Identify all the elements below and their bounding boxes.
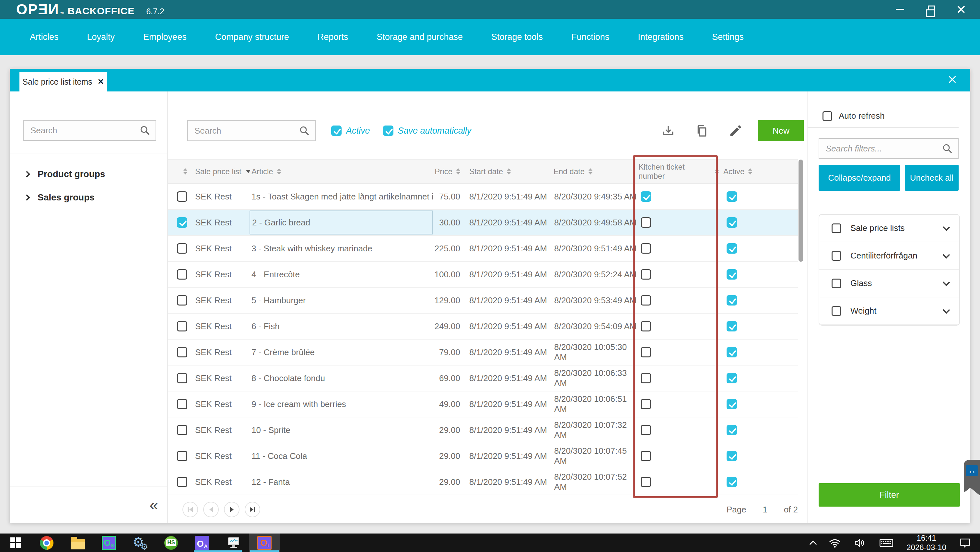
last-page-button[interactable] xyxy=(245,502,260,517)
active-checkbox[interactable] xyxy=(727,477,737,487)
nav-item[interactable]: Settings xyxy=(712,32,744,42)
uncheck-all-button[interactable]: Uncheck all xyxy=(905,165,959,191)
kitchen-ticket-checkbox[interactable] xyxy=(641,243,651,254)
kitchen-ticket-checkbox[interactable] xyxy=(641,477,651,487)
table-row[interactable]: SEK Rest 4 - Entrecôte 100.00 8/1/2020 9… xyxy=(168,262,798,288)
keyboard-icon[interactable] xyxy=(879,538,894,548)
chevron-down-icon[interactable] xyxy=(943,306,950,314)
table-row[interactable]: SEK Rest 12 - Fanta 29.00 8/1/2020 9:51:… xyxy=(168,469,798,495)
tab-sale-price-list-items[interactable]: Sale price list items ✕ xyxy=(19,72,107,91)
kitchen-ticket-checkbox[interactable] xyxy=(641,191,651,202)
filter-group-item[interactable]: Weight xyxy=(819,297,959,325)
save-automatically-checkbox[interactable] xyxy=(383,126,393,136)
page-number-input[interactable] xyxy=(756,505,774,515)
new-button[interactable]: New xyxy=(758,120,804,141)
nav-item[interactable]: Storage tools xyxy=(491,32,543,42)
filter-group-checkbox[interactable] xyxy=(832,223,841,233)
table-row[interactable]: SEK Rest 3 - Steak with whiskey marinade… xyxy=(168,236,798,262)
close-window-button[interactable] xyxy=(956,5,966,14)
start-button[interactable] xyxy=(0,533,31,552)
row-checkbox[interactable] xyxy=(177,243,187,254)
chevron-down-icon[interactable] xyxy=(943,223,950,231)
cell-article[interactable]: 12 - Fanta xyxy=(251,469,433,495)
table-row[interactable]: SEK Rest 11 - Coca Cola 29.00 8/1/2020 9… xyxy=(168,444,798,469)
kitchen-ticket-checkbox[interactable] xyxy=(641,295,651,306)
nav-item[interactable]: Loyalty xyxy=(87,32,115,42)
kitchen-ticket-checkbox[interactable] xyxy=(641,321,651,332)
taskbar-clock[interactable]: 16:41 2026-03-10 xyxy=(907,533,946,552)
nav-item[interactable]: Functions xyxy=(571,32,609,42)
active-checkbox[interactable] xyxy=(727,425,737,435)
sidebar-group-item[interactable]: Sales groups xyxy=(10,186,167,209)
row-checkbox[interactable] xyxy=(177,425,187,435)
sort-icon[interactable] xyxy=(507,168,511,174)
filter-group-item[interactable]: Glass xyxy=(819,270,959,297)
nav-item[interactable]: Company structure xyxy=(215,32,289,42)
search-icon[interactable] xyxy=(299,125,310,136)
nav-item[interactable]: Employees xyxy=(143,32,187,42)
table-row[interactable]: SEK Rest 2 - Garlic bread 30.00 8/1/2020… xyxy=(168,210,798,236)
active-checkbox[interactable] xyxy=(727,347,737,357)
cell-article[interactable]: 5 - Hamburger xyxy=(251,288,433,313)
download-icon[interactable] xyxy=(660,123,676,139)
filter-button[interactable]: Filter xyxy=(819,483,960,507)
active-checkbox[interactable] xyxy=(727,217,737,228)
sort-icon[interactable] xyxy=(277,168,281,174)
restore-button[interactable] xyxy=(926,5,935,14)
column-sale-price-list[interactable]: Sale price list xyxy=(195,167,251,176)
cell-article[interactable]: 6 - Fish xyxy=(251,314,433,339)
active-checkbox[interactable] xyxy=(727,191,737,202)
table-row[interactable]: SEK Rest 6 - Fish 249.00 8/1/2020 9:51:4… xyxy=(168,314,798,340)
active-checkbox[interactable] xyxy=(727,373,737,383)
table-row[interactable]: SEK Rest 5 - Hamburger 129.00 8/1/2020 9… xyxy=(168,288,798,314)
table-row[interactable]: SEK Rest 1s - Toast Skagen med jätte lån… xyxy=(168,184,798,210)
row-checkbox[interactable] xyxy=(177,347,187,357)
active-checkbox[interactable] xyxy=(727,451,737,461)
teamviewer-edge-tab[interactable]: ↔ xyxy=(964,460,980,496)
sidebar-search-input[interactable] xyxy=(30,126,139,136)
kitchen-ticket-checkbox[interactable] xyxy=(641,269,651,279)
taskbar-app-oa-button[interactable]: OA xyxy=(187,533,218,552)
active-checkbox[interactable] xyxy=(727,243,737,254)
taskbar-chrome-button[interactable] xyxy=(31,533,62,552)
sort-icon[interactable] xyxy=(715,168,719,174)
table-search-input[interactable] xyxy=(194,126,299,136)
minimize-button[interactable] xyxy=(895,5,905,14)
cell-article[interactable]: 9 - Ice cream with berries xyxy=(251,391,433,417)
column-active[interactable]: Active xyxy=(719,167,771,176)
filter-group-checkbox[interactable] xyxy=(832,279,841,288)
row-checkbox[interactable] xyxy=(177,373,187,383)
header-lead-sort[interactable] xyxy=(168,168,195,174)
chevron-down-icon[interactable] xyxy=(943,251,950,258)
row-checkbox[interactable] xyxy=(177,321,187,332)
kitchen-ticket-checkbox[interactable] xyxy=(641,217,651,228)
active-filter-checkbox[interactable] xyxy=(331,126,342,136)
column-article[interactable]: Article xyxy=(251,167,433,176)
taskbar-monitor-button[interactable] xyxy=(218,533,249,552)
cell-article[interactable]: 8 - Chocolate fondu xyxy=(251,365,433,391)
taskbar-hs-button[interactable]: HS xyxy=(156,533,187,552)
row-checkbox[interactable] xyxy=(177,191,187,202)
active-checkbox[interactable] xyxy=(727,321,737,332)
edit-pencil-icon[interactable] xyxy=(728,123,743,139)
table-scrollbar[interactable] xyxy=(798,159,804,495)
active-checkbox[interactable] xyxy=(727,399,737,409)
cell-article[interactable]: 11 - Coca Cola xyxy=(251,444,433,469)
cell-article[interactable]: 7 - Crème brûlée xyxy=(251,340,433,365)
nav-item[interactable]: Integrations xyxy=(638,32,684,42)
column-kitchen-ticket-number[interactable]: Kitchen ticket number xyxy=(638,163,719,181)
cell-article[interactable]: 2 - Garlic bread xyxy=(251,210,433,235)
wifi-icon[interactable] xyxy=(829,538,841,548)
cell-article[interactable]: 3 - Steak with whiskey marinade xyxy=(251,236,433,261)
collapse-sidebar-button[interactable]: « xyxy=(150,497,158,513)
column-price[interactable]: Price xyxy=(433,167,460,176)
column-end-date[interactable]: End date xyxy=(554,167,638,176)
taskbar-settings-button[interactable]: ⚙⚙ xyxy=(124,533,156,552)
close-tab-strip-icon[interactable] xyxy=(947,74,958,85)
table-row[interactable]: SEK Rest 8 - Chocolate fondu 69.00 8/1/2… xyxy=(168,365,798,391)
row-checkbox[interactable] xyxy=(177,451,187,461)
search-icon[interactable] xyxy=(942,143,953,154)
sort-icon[interactable] xyxy=(748,168,752,174)
auto-refresh-checkbox[interactable] xyxy=(822,111,832,121)
sidebar-group-item[interactable]: Product groups xyxy=(10,163,167,186)
